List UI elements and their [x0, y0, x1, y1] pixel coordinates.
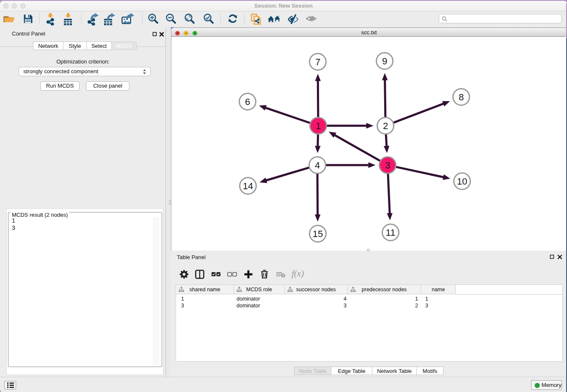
svg-text:7: 7 — [315, 57, 320, 67]
svg-text:14: 14 — [243, 181, 253, 191]
svg-text:9: 9 — [382, 56, 387, 66]
svg-text:8: 8 — [459, 92, 464, 102]
svg-text:15: 15 — [313, 229, 323, 239]
svg-text:2: 2 — [383, 121, 388, 131]
svg-text:3: 3 — [385, 160, 390, 171]
svg-text:11: 11 — [386, 227, 396, 238]
svg-text:6: 6 — [245, 97, 250, 107]
svg-text:10: 10 — [457, 176, 467, 187]
svg-text:1: 1 — [316, 121, 321, 131]
svg-text:4: 4 — [315, 160, 320, 171]
